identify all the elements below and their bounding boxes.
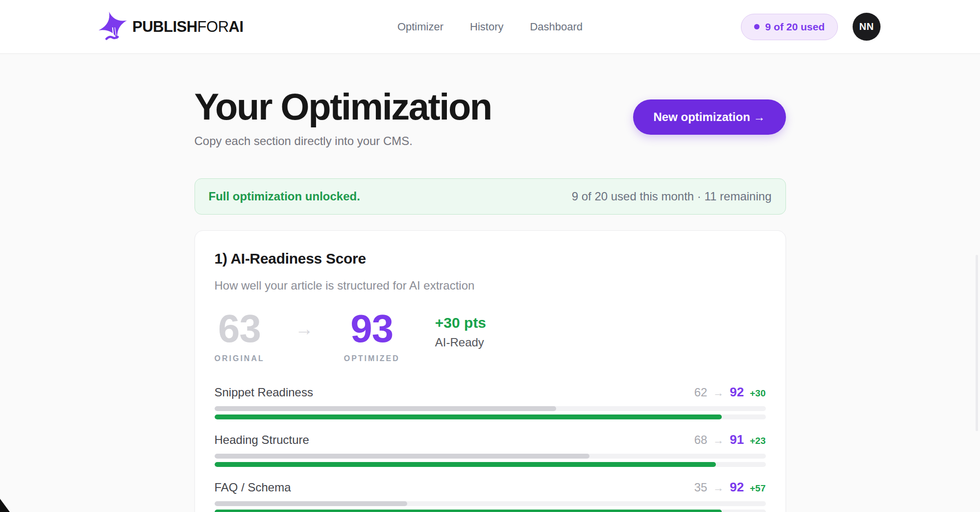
page-subtitle: Copy each section directly into your CMS… xyxy=(195,134,491,148)
optimized-score-block: 93 OPTIMIZED xyxy=(344,309,400,363)
metric-before-value: 68 xyxy=(694,433,708,447)
hero-text: Your Optimization Copy each section dire… xyxy=(195,86,491,148)
original-score-value: 63 xyxy=(218,309,261,348)
score-delta-points: +30 pts xyxy=(435,315,486,331)
arrow-right-icon: → xyxy=(295,318,314,353)
metric-delta-value: +57 xyxy=(750,483,765,494)
metric-values: 62 → 92 +30 xyxy=(694,385,766,400)
after-bar-track xyxy=(215,510,766,512)
arrow-right-icon: → xyxy=(713,434,724,447)
after-bar-fill xyxy=(215,462,716,467)
banner-usage-text: 9 of 20 used this month · 11 remaining xyxy=(572,190,772,203)
main-nav: Optimizer History Dashboard xyxy=(397,0,583,53)
score-comparison: 63 ORIGINAL → 93 OPTIMIZED +30 pts AI-Re… xyxy=(215,309,766,363)
metric-row-snippet-readiness: Snippet Readiness 62 → 92 +30 xyxy=(215,385,766,419)
metric-name: FAQ / Schema xyxy=(215,481,291,494)
nav-item-optimizer[interactable]: Optimizer xyxy=(397,21,443,33)
original-score-label: ORIGINAL xyxy=(215,354,265,363)
original-score-block: 63 ORIGINAL xyxy=(215,309,265,363)
unlock-banner: Full optimization unlocked. 9 of 20 used… xyxy=(195,178,786,215)
before-bar-track xyxy=(215,501,766,506)
top-header: PUBLISHFORAI Optimizer History Dashboard… xyxy=(0,0,980,54)
usage-badge-label: 9 of 20 used xyxy=(765,21,825,33)
optimized-score-label: OPTIMIZED xyxy=(344,354,400,363)
avatar[interactable]: NN xyxy=(853,13,881,41)
new-optimization-button[interactable]: New optimization → xyxy=(633,99,786,135)
before-bar-track xyxy=(215,406,766,411)
after-bar-fill xyxy=(215,510,722,512)
nav-item-history[interactable]: History xyxy=(470,21,503,33)
hero-section: Your Optimization Copy each section dire… xyxy=(195,86,786,148)
mouse-cursor xyxy=(0,499,10,512)
brand-logo[interactable]: PUBLISHFORAI xyxy=(97,0,244,53)
metric-row-faq-schema: FAQ / Schema 35 → 92 +57 xyxy=(215,480,766,512)
usage-badge[interactable]: 9 of 20 used xyxy=(741,14,838,40)
arrow-right-icon: → xyxy=(713,387,724,399)
metric-list: Snippet Readiness 62 → 92 +30 Heading St… xyxy=(215,385,766,512)
avatar-initials: NN xyxy=(859,21,874,32)
metric-row-heading-structure: Heading Structure 68 → 91 +23 xyxy=(215,432,766,467)
nav-item-dashboard[interactable]: Dashboard xyxy=(530,21,583,33)
metric-after-value: 92 xyxy=(730,385,744,400)
before-bar-fill xyxy=(215,501,408,506)
scrollbar[interactable] xyxy=(976,255,978,431)
brand-logo-icon xyxy=(97,11,128,43)
before-bar-fill xyxy=(215,406,557,411)
after-bar-fill xyxy=(215,414,722,419)
usage-dot-icon xyxy=(754,24,760,29)
metric-before-value: 35 xyxy=(694,481,708,494)
metric-before-value: 62 xyxy=(694,386,708,399)
metric-values: 68 → 91 +23 xyxy=(694,432,766,447)
before-bar-fill xyxy=(215,454,589,459)
page-title: Your Optimization xyxy=(195,86,491,127)
header-right-cluster: 9 of 20 used NN xyxy=(741,0,881,53)
score-delta-status: AI-Ready xyxy=(435,336,486,349)
banner-title: Full optimization unlocked. xyxy=(209,190,360,203)
score-delta-block: +30 pts AI-Ready xyxy=(435,315,486,357)
main-content: Your Optimization Copy each section dire… xyxy=(195,86,786,512)
metric-after-value: 91 xyxy=(730,432,744,447)
card-title: 1) AI-Readiness Score xyxy=(215,250,766,267)
metric-delta-value: +23 xyxy=(750,436,765,446)
arrow-right-icon: → xyxy=(713,482,724,494)
metric-delta-value: +30 xyxy=(750,388,765,399)
after-bar-track xyxy=(215,414,766,419)
brand-name: PUBLISHFORAI xyxy=(132,18,244,36)
metric-name: Snippet Readiness xyxy=(215,386,313,399)
ai-readiness-card: 1) AI-Readiness Score How well your arti… xyxy=(195,230,786,512)
after-bar-track xyxy=(215,462,766,467)
metric-after-value: 92 xyxy=(730,480,744,495)
before-bar-track xyxy=(215,454,766,459)
metric-name: Heading Structure xyxy=(215,433,309,447)
card-subtitle: How well your article is structured for … xyxy=(215,279,766,293)
metric-values: 35 → 92 +57 xyxy=(694,480,766,495)
optimized-score-value: 93 xyxy=(350,309,393,348)
